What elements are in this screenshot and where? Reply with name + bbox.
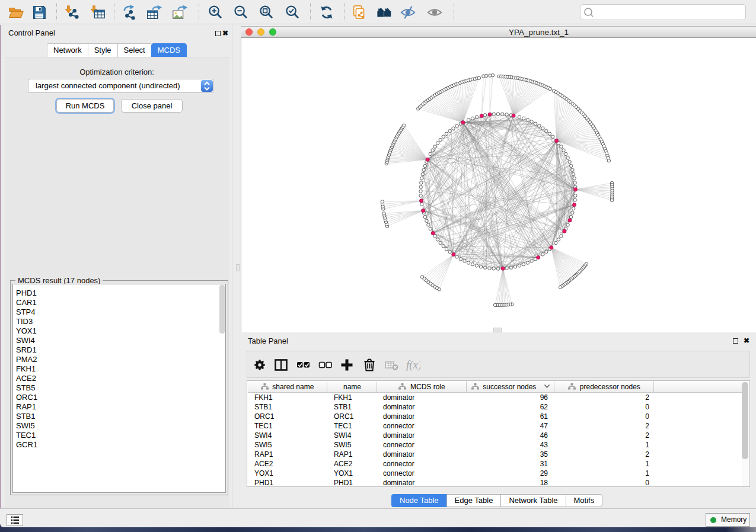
svg-text:f(x): f(x) (406, 358, 420, 371)
